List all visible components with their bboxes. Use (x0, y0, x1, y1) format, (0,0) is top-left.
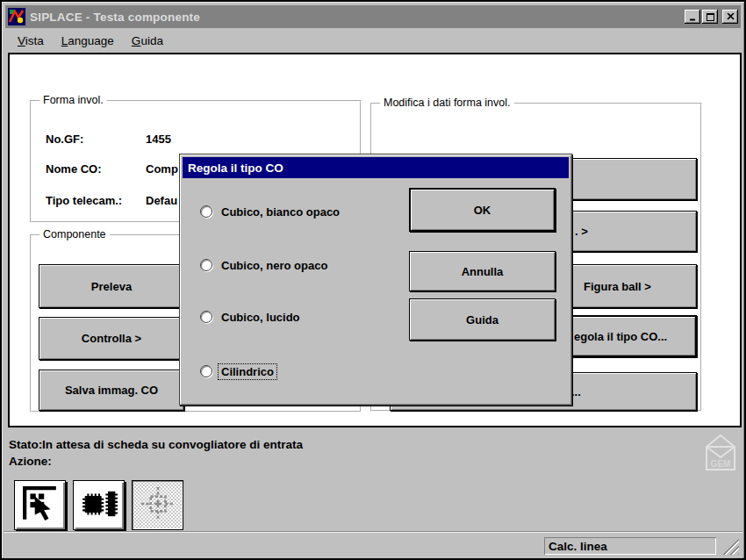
svg-text:GEM: GEM (711, 459, 731, 469)
app-icon[interactable] (8, 8, 25, 25)
window-titlebar[interactable]: SIPLACE - Testa componente (5, 5, 741, 28)
field-label-tipotelecam: Tipo telecam.: (46, 194, 122, 207)
menu-language[interactable]: Language (53, 32, 123, 50)
radio-label-cilindrico[interactable]: Cilindrico (219, 364, 276, 379)
ok-button[interactable]: OK (409, 188, 556, 232)
stato-value: In attesa di scheda su convogliatore di … (42, 438, 303, 451)
preleva-button[interactable]: Preleva (39, 264, 184, 308)
radio-cubico-nero[interactable] (200, 259, 212, 271)
controlla-button[interactable]: Controlla > (39, 317, 184, 360)
radio-label-cubico-lucido[interactable]: Cubico, lucido (219, 310, 303, 325)
menu-vista[interactable]: Vista (9, 32, 53, 50)
group-modifica-caption: Modifica i dati forma invol. (380, 97, 514, 109)
resize-grip[interactable] (720, 539, 739, 555)
group-componente-caption: Componente (39, 228, 110, 241)
annulla-button[interactable]: Annulla (409, 251, 556, 291)
radio-cilindrico[interactable] (200, 365, 212, 377)
close-button[interactable] (722, 10, 738, 24)
group-forma-caption: Forma invol. (39, 94, 107, 106)
statusbar-text: Calc. linea (549, 540, 607, 553)
crosshair-chip-icon (140, 485, 176, 526)
azione-label: Azione: (9, 455, 52, 468)
regola-tipo-co-dialog: Regola il tipo CO Cubico, bianco opaco C… (179, 154, 572, 406)
app-window: SIPLACE - Testa componente Vista Languag… (0, 0, 746, 560)
radio-label-cubico-bianco[interactable]: Cubico, bianco opaco (219, 205, 342, 219)
window-title: SIPLACE - Testa componente (30, 11, 200, 24)
field-value-tipotelecam: Defau (146, 194, 177, 207)
component-tool-button[interactable] (73, 480, 125, 530)
gem-envelope-icon: GEM (703, 431, 738, 477)
placement-tool-button[interactable] (132, 480, 183, 530)
chip-components-icon (81, 485, 118, 526)
maximize-button[interactable] (702, 10, 718, 24)
field-value-nogf: 1455 (146, 133, 171, 146)
radio-cubico-lucido[interactable] (200, 311, 212, 323)
radio-label-cubico-nero[interactable]: Cubico, nero opaco (219, 258, 330, 273)
salva-immag-button[interactable]: Salva immag. CO (39, 370, 184, 411)
regola-tipo-co-button[interactable]: egola il tipo CO... (569, 315, 697, 357)
dialog-title: Regola il tipo CO (188, 162, 283, 175)
radio-cubico-bianco[interactable] (200, 205, 212, 218)
figura-ball-button[interactable]: Figura ball > (571, 264, 697, 308)
minimize-button[interactable] (685, 10, 700, 24)
statusbar-panel: Calc. linea (544, 537, 716, 555)
status-bar: Calc. linea (4, 531, 742, 560)
menu-bar: Vista Language Guida (5, 30, 741, 51)
field-label-nomeco: Nome CO: (46, 162, 102, 176)
cursor-select-icon (22, 485, 59, 526)
field-value-nomeco: Comp (146, 162, 178, 176)
field-label-nogf: No.GF: (46, 133, 83, 146)
stato-label: Stato: (9, 438, 42, 451)
select-tool-button[interactable] (14, 480, 66, 530)
menu-guida[interactable]: Guida (123, 32, 172, 50)
dialog-titlebar[interactable]: Regola il tipo CO (183, 157, 569, 178)
guida-button[interactable]: Guida (409, 298, 556, 341)
client-area: Forma invol. No.GF: 1455 Nome CO: Comp T… (8, 53, 742, 427)
